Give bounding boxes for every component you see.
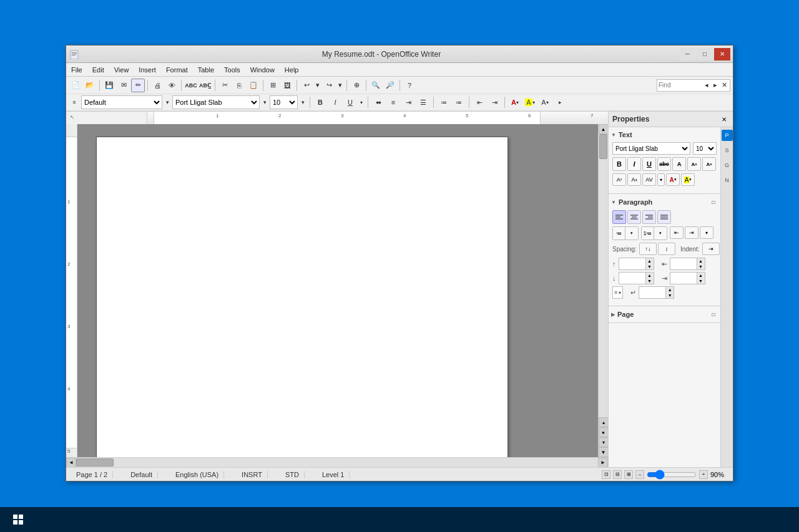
page-section-header[interactable]: ▶ Page □ (611, 309, 718, 320)
nav-gallery-icon[interactable]: G (722, 160, 733, 171)
panel-a-sub-btn[interactable]: A₂ (627, 173, 641, 186)
menu-format[interactable]: Format (161, 63, 193, 76)
paragraph-expand-btn[interactable]: □ (709, 198, 718, 206)
underline-btn[interactable]: U (343, 95, 357, 109)
panel-superscript-btn[interactable]: Ax (687, 157, 701, 171)
nav-properties-icon[interactable]: P (722, 130, 733, 141)
scroll-left-btn[interactable]: ◄ (66, 458, 76, 468)
menu-window[interactable]: Window (245, 63, 280, 76)
paragraph-style-select[interactable]: Default (81, 95, 162, 109)
spacing-above-down[interactable]: ▼ (646, 264, 654, 269)
align-left-btn[interactable]: ⬌ (371, 95, 385, 109)
redo-dropdown[interactable]: ▾ (336, 79, 344, 92)
decrease-indent-btn[interactable]: ⇤ (670, 226, 684, 239)
outdent-btn[interactable]: ⇤ (473, 95, 486, 109)
find-input[interactable] (659, 82, 702, 89)
indent-after-up[interactable]: ▲ (697, 273, 705, 278)
minimize-button[interactable]: ─ (679, 48, 695, 60)
zoom-fit-page-btn[interactable]: ⊡ (602, 470, 610, 479)
menu-edit[interactable]: Edit (87, 63, 109, 76)
indent-before-input[interactable]: 1.25" (670, 258, 697, 269)
redo-btn[interactable]: ↪ (322, 79, 336, 92)
scroll-up-btn[interactable]: ▲ (599, 124, 609, 134)
zoom-out-btn[interactable]: – (635, 470, 644, 479)
scroll-track-v[interactable] (599, 134, 608, 417)
highlight-btn[interactable]: A ▾ (523, 95, 537, 109)
first-indent-input[interactable]: -0.25" (639, 287, 665, 298)
start-button[interactable] (2, 508, 34, 531)
indent-btn[interactable]: ⇥ (488, 95, 501, 109)
indent-after-spinner[interactable]: ▲ ▼ (697, 273, 705, 284)
scroll-down-btn[interactable]: ▼ (599, 447, 609, 457)
find-prev-btn[interactable]: ◂ (702, 80, 711, 91)
font-size-select[interactable]: 10 (270, 95, 298, 109)
zoom-btn[interactable]: 🔎 (383, 79, 397, 92)
panel-char-spacing-dropdown[interactable]: ▾ (657, 173, 665, 186)
unordered-list-dropdown[interactable]: ▾ (625, 227, 638, 239)
spacing-above-spinner[interactable]: ▲ ▼ (645, 258, 654, 269)
panel-shadow-btn[interactable]: A (672, 157, 686, 171)
undo-btn[interactable]: ↩ (300, 79, 313, 92)
align-justify-btn[interactable]: ☰ (416, 95, 430, 109)
scroll-thumb-v[interactable] (599, 134, 607, 159)
spacing-below-btn[interactable]: ↕ (658, 243, 675, 255)
align-right-btn[interactable]: ⇥ (401, 95, 415, 109)
scroll-nav-center[interactable]: ● (599, 427, 609, 437)
first-indent-up[interactable]: ▲ (666, 287, 674, 293)
menu-tools[interactable]: Tools (219, 63, 245, 76)
spacing-above-btn[interactable]: ↑↓ (639, 243, 657, 255)
undo-dropdown[interactable]: ▾ (314, 79, 321, 92)
indent-before-up[interactable]: ▲ (697, 258, 705, 264)
para-align-left-btn[interactable] (612, 210, 626, 224)
underline-dropdown[interactable]: ▾ (358, 95, 365, 109)
unordered-list-btn[interactable]: ≔ (437, 95, 451, 109)
panel-font-color-btn[interactable]: A ▾ (666, 173, 680, 186)
ordered-list-btn[interactable]: ≔ (452, 95, 466, 109)
open-btn[interactable]: 📂 (83, 79, 97, 92)
menu-file[interactable]: File (66, 63, 87, 76)
indent-before-down[interactable]: ▼ (697, 264, 705, 269)
nav-nav-icon[interactable]: N (722, 175, 733, 186)
spacing-below-down[interactable]: ▼ (646, 278, 654, 284)
first-indent-down[interactable]: ▼ (666, 293, 674, 298)
panel-underline-btn[interactable]: U (642, 157, 656, 171)
cut-btn[interactable]: ✂ (218, 79, 232, 92)
new-btn[interactable]: 📄 (69, 79, 82, 92)
panel-strikethrough-btn[interactable]: abc (657, 157, 671, 171)
para-align-right-btn[interactable] (642, 210, 656, 224)
copy-btn[interactable]: ⎘ (232, 79, 246, 92)
first-indent-spinner[interactable]: ▲ ▼ (665, 287, 674, 298)
indent-after-input[interactable]: 0.00" (670, 273, 697, 284)
paste-btn[interactable]: 📋 (247, 79, 260, 92)
italic-btn[interactable]: I (328, 95, 342, 109)
indent-after-input-group[interactable]: 0.00" ▲ ▼ (670, 272, 705, 284)
indent-before-input-group[interactable]: 1.25" ▲ ▼ (670, 258, 705, 270)
indent-before-btn[interactable]: ⇥ (702, 243, 720, 255)
bg-color-btn[interactable]: A ▾ (538, 95, 552, 109)
ordered-list-btn[interactable]: 1≔ (642, 227, 654, 239)
find-btn[interactable]: 🔍 (369, 79, 383, 92)
size-dropdown-btn[interactable]: ▾ (299, 95, 306, 109)
help-btn[interactable]: ? (403, 79, 416, 92)
maximize-button[interactable]: □ (697, 48, 713, 60)
print-btn[interactable]: 🖨 (150, 79, 164, 92)
panel-italic-btn[interactable]: I (627, 157, 641, 171)
panel-a-sup-btn[interactable]: A² (612, 173, 626, 186)
font-color-btn[interactable]: A ▾ (508, 95, 522, 109)
indent-before-spinner[interactable]: ▲ ▼ (697, 258, 705, 269)
spellcheck-btn[interactable]: ABC (184, 79, 198, 92)
preview-btn[interactable]: 👁 (165, 79, 179, 92)
edit-mode-btn[interactable]: ✏ (131, 79, 145, 92)
spacing-below-spinner[interactable]: ▲ ▼ (645, 273, 654, 284)
close-button[interactable]: ✕ (714, 48, 730, 60)
find-close-btn[interactable]: ✕ (720, 80, 728, 91)
unordered-list-btn[interactable]: ≔ (613, 227, 625, 239)
menu-help[interactable]: Help (280, 63, 304, 76)
find-next-btn[interactable]: ▸ (711, 80, 720, 91)
scroll-nav-up[interactable]: ▴ (599, 417, 609, 427)
panel-bold-btn[interactable]: B (612, 157, 626, 171)
panel-font-size[interactable]: 10 (693, 142, 717, 155)
page-expand-btn[interactable]: □ (709, 310, 718, 319)
line-spacing-select[interactable]: ≡ ▾ (612, 286, 623, 299)
bold-btn[interactable]: B (313, 95, 327, 109)
